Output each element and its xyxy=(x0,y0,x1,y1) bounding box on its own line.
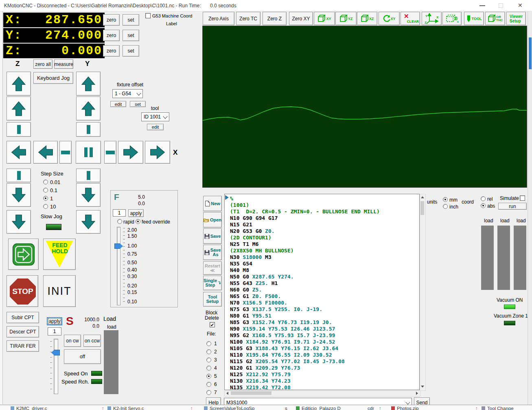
feed-hold-button[interactable]: FEEDHOLD xyxy=(43,239,76,270)
zero-z-button[interactable]: Zero Z xyxy=(263,12,287,25)
spindle-on-cw-button[interactable]: on cw xyxy=(64,335,81,347)
file-radio-5[interactable] xyxy=(206,374,211,379)
gcode-editor[interactable]: %(1001)(T1 D=2. CR=0.5 - ZMIN=0. - BULLN… xyxy=(224,194,420,390)
jog-y-down-fast-button[interactable] xyxy=(76,210,101,234)
feed-rapid-radio[interactable] xyxy=(117,219,122,224)
jog-x-step-left-button[interactable] xyxy=(59,141,72,164)
tool-button[interactable]: TOOL xyxy=(464,12,484,25)
jog-y-down-button[interactable] xyxy=(76,183,101,207)
jog-pause-button[interactable] xyxy=(76,141,101,164)
jog-y-up-button[interactable] xyxy=(76,96,101,121)
subir-cpt-button[interactable]: Subir CPT xyxy=(7,312,39,323)
set-y-button[interactable]: set xyxy=(123,30,139,41)
tool-setup-button[interactable]: ToolSetup xyxy=(203,292,222,307)
zero-xy-button[interactable]: Zero XY xyxy=(289,12,313,25)
spindle-apply-button[interactable]: apply xyxy=(47,317,62,325)
fixture-set-button[interactable]: set xyxy=(130,101,146,107)
spindle-off-button[interactable]: off xyxy=(64,349,101,364)
axes-button[interactable]: YXZ xyxy=(422,12,442,25)
save-button[interactable]: Save xyxy=(203,228,222,244)
measure-button[interactable]: measure xyxy=(54,59,73,69)
clear-button[interactable]: ✕CLEAR xyxy=(401,12,420,25)
jog-x-step-right-button[interactable] xyxy=(104,141,116,164)
rotate-xy-button[interactable]: XY xyxy=(379,12,400,25)
file-radio-1[interactable] xyxy=(206,341,211,346)
gcode-hscrollbar[interactable] xyxy=(224,390,420,397)
units-inch-radio[interactable] xyxy=(443,204,448,209)
view-xy-button[interactable]: XY xyxy=(314,12,335,25)
minimize-button[interactable] xyxy=(479,5,485,6)
file-radio-4[interactable] xyxy=(206,366,211,371)
step-size-radio-1[interactable] xyxy=(43,196,48,201)
step-size-radio-0.1[interactable] xyxy=(43,188,48,193)
step-size-radio-0.01[interactable] xyxy=(43,180,48,184)
scroll-left-icon[interactable] xyxy=(226,392,228,395)
jog-z-up-fast-button[interactable] xyxy=(7,72,31,96)
spindle-slider-handle[interactable] xyxy=(51,350,60,355)
units-mm-radio[interactable] xyxy=(443,197,448,202)
tool-edit-button[interactable]: edit xyxy=(147,124,164,130)
descer-cpt-button[interactable]: Descer CPT xyxy=(7,326,39,338)
jog-z-up-button[interactable] xyxy=(7,96,31,121)
zero-axis-button[interactable]: Zero Axis xyxy=(203,12,234,25)
jog-x-right-button[interactable] xyxy=(118,141,143,164)
single-step-button[interactable]: SingleStep xyxy=(203,276,222,290)
spindle-speed-input[interactable] xyxy=(48,327,61,335)
zero-x-button[interactable]: zero xyxy=(103,14,120,26)
set-z-button[interactable]: set xyxy=(123,45,139,57)
feed-apply-button[interactable]: apply xyxy=(128,209,144,217)
zero-all-button[interactable]: zero all xyxy=(33,59,53,69)
scroll-down-icon[interactable] xyxy=(421,386,424,388)
coord-rel-radio[interactable] xyxy=(481,196,486,201)
maximize-button[interactable] xyxy=(499,3,503,8)
feed-override-radio[interactable] xyxy=(136,219,140,224)
g53-machine-coord-checkbox[interactable] xyxy=(145,13,151,18)
fixture-offset-select[interactable]: 1 - G54 xyxy=(112,89,143,98)
coord-abs-radio[interactable] xyxy=(481,203,486,208)
tool-select[interactable]: ID 1001 xyxy=(141,112,169,121)
keyboard-jog-button[interactable]: Keyboard Jog xyxy=(33,72,73,84)
jog-x-right-fast-button[interactable] xyxy=(145,141,170,164)
hscroll-thumb[interactable] xyxy=(231,391,271,395)
jog-y-step-up-button[interactable] xyxy=(76,122,101,137)
jog-z-step-down-button[interactable] xyxy=(7,169,31,182)
scroll-up-icon[interactable] xyxy=(421,196,424,198)
file-radio-3[interactable] xyxy=(206,357,211,362)
feed-override-input[interactable] xyxy=(113,209,126,217)
viewer-setup-button[interactable]: ViewerSetup xyxy=(506,12,526,25)
box-button[interactable]: Bx xyxy=(442,12,462,25)
spindle-on-ccw-button[interactable]: on ccw xyxy=(83,335,101,347)
go-button[interactable] xyxy=(8,239,39,270)
jog-z-step-up-button[interactable] xyxy=(7,122,31,137)
jog-y-step-down-button[interactable] xyxy=(76,169,101,182)
jog-x-left-button[interactable] xyxy=(33,141,58,164)
jog-y-up-fast-button[interactable] xyxy=(76,72,101,96)
file-radio-2[interactable] xyxy=(206,349,211,354)
restart-button[interactable]: Restart≪ xyxy=(203,261,222,275)
step-size-radio-10[interactable] xyxy=(43,204,48,209)
spindle-slider-track[interactable] xyxy=(54,339,58,394)
run-button[interactable]: run xyxy=(498,203,527,210)
ortho-thc-button[interactable]: ORTHC xyxy=(485,12,505,25)
zero-tc-button[interactable]: Zero TC xyxy=(236,12,261,25)
toolpath-viewer[interactable] xyxy=(202,26,527,188)
jog-z-down-button[interactable] xyxy=(7,183,31,207)
zero-z-button[interactable]: zero xyxy=(103,45,120,57)
feed-slider-track[interactable] xyxy=(117,227,120,305)
view-yz-button[interactable]: YZ xyxy=(335,12,357,25)
close-button[interactable]: ✕ xyxy=(518,2,523,9)
block-delete-checkbox[interactable] xyxy=(210,322,215,327)
zero-y-button[interactable]: zero xyxy=(103,30,120,41)
scroll-right-icon[interactable] xyxy=(416,392,418,395)
save-as-button[interactable]: SaveAs xyxy=(203,245,222,260)
tirar-fer-button[interactable]: TIRAR FER xyxy=(7,340,39,352)
simulate-checkbox[interactable] xyxy=(520,195,525,201)
new-button[interactable]: New xyxy=(203,196,222,211)
view-xz-button[interactable]: XZ xyxy=(357,12,377,25)
open-button[interactable]: Open xyxy=(203,212,222,228)
jog-x-left-fast-button[interactable] xyxy=(7,141,31,164)
fixture-edit-button[interactable]: edit xyxy=(110,101,126,107)
jog-z-down-fast-button[interactable] xyxy=(7,210,31,234)
set-x-button[interactable]: set xyxy=(123,14,139,26)
init-button[interactable]: INIT xyxy=(43,275,76,307)
